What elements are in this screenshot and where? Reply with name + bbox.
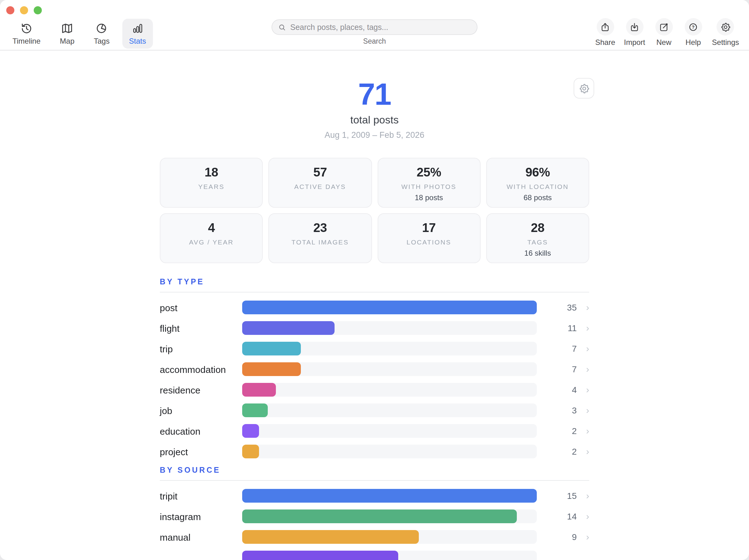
- icon-circle: [596, 18, 614, 36]
- stat-card-label: TOTAL IMAGES: [269, 238, 371, 246]
- row-value: 3: [545, 405, 577, 415]
- row-label: manual: [160, 532, 242, 542]
- bar-fill: [242, 489, 537, 502]
- toolbar-import-button[interactable]: Import: [622, 18, 647, 47]
- stat-card-label: YEARS: [160, 183, 262, 190]
- toolbar-tab-timeline[interactable]: Timeline: [6, 19, 47, 49]
- section-title: BY SOURCE: [160, 466, 589, 475]
- stats-settings-button[interactable]: [574, 78, 594, 98]
- toolbar-help-button[interactable]: ? Help: [681, 18, 706, 47]
- chevron-right-icon: ›: [579, 530, 589, 544]
- bar-rows: tripit 15 › instagram 14 › manual: [160, 489, 589, 560]
- chevron-right-icon: ›: [579, 362, 589, 376]
- row-label: tripit: [160, 491, 242, 501]
- total-posts-label: total posts: [160, 114, 589, 127]
- toolbar-tab-label: Stats: [129, 37, 146, 46]
- stat-card-label: WITH PHOTOS: [378, 183, 480, 190]
- stat-card-sublabel: 68 posts: [487, 193, 589, 202]
- minimize-button[interactable]: [20, 6, 28, 14]
- close-button[interactable]: [6, 6, 14, 14]
- chevron-right-icon: ›: [579, 383, 589, 397]
- bar-track: [242, 300, 537, 314]
- stat-card: 17 LOCATIONS: [377, 213, 480, 263]
- chart-row[interactable]: job 3 ›: [160, 403, 589, 417]
- settings-icon: [720, 22, 731, 32]
- bar-rows: post 35 › flight 11 › trip: [160, 300, 589, 458]
- chevron-right-icon: ›: [579, 445, 589, 458]
- toolbar-tab-label: Timeline: [13, 37, 41, 46]
- row-value: 35: [545, 303, 577, 312]
- chart-row[interactable]: project 2 ›: [160, 445, 589, 458]
- toolbar-share-button[interactable]: Share: [593, 18, 618, 47]
- bar-track: [242, 342, 537, 356]
- toolbar-left-nav: Timeline Map Tags Stats: [6, 19, 153, 49]
- row-value: 7: [545, 364, 577, 374]
- chart-row[interactable]: tripit 15 ›: [160, 489, 589, 502]
- chart-sections: BY TYPE post 35 › flight 11 › trip: [160, 277, 589, 560]
- toolbar-right-nav: Share Import New ? Help Settings: [593, 18, 741, 47]
- chart-row[interactable]: post 35 ›: [160, 300, 589, 314]
- stat-card-sublabel: 16 skills: [487, 249, 589, 257]
- new-icon: [659, 22, 669, 32]
- bar-track: [242, 445, 537, 458]
- search-field[interactable]: [272, 19, 477, 35]
- stat-card-label: TAGS: [487, 238, 589, 246]
- row-value: 11: [545, 323, 577, 333]
- stat-cards: 18 YEARS 57 ACTIVE DAYS 25% WITH PHOTOS …: [160, 158, 589, 263]
- stat-card: 25% WITH PHOTOS 18 posts: [377, 158, 480, 208]
- toolbar-button-label: Settings: [712, 38, 739, 47]
- bar-track: [242, 362, 537, 376]
- chevron-right-icon: ›: [579, 510, 589, 523]
- toolbar-button-label: Import: [624, 38, 645, 47]
- row-value: 4: [545, 385, 577, 395]
- toolbar-settings-button[interactable]: Settings: [710, 18, 741, 47]
- row-value: 7: [545, 343, 577, 354]
- chart-row[interactable]: accommodation 7 ›: [160, 362, 589, 376]
- row-value: 2: [545, 447, 577, 456]
- search-icon: [278, 23, 286, 32]
- stat-card-value: 4: [160, 221, 262, 235]
- toolbar-tab-stats[interactable]: Stats: [122, 19, 153, 49]
- bar-track: [242, 551, 537, 560]
- app-window: Timeline Map Tags Stats Search: [0, 0, 749, 560]
- chart-row[interactable]: instagram 14 ›: [160, 510, 589, 523]
- bar-track: [242, 383, 537, 397]
- section-by-source: BY SOURCE tripit 15 › instagram 14 › man…: [160, 466, 589, 560]
- chart-row[interactable]: trip 7 ›: [160, 342, 589, 356]
- bar-fill: [242, 551, 398, 560]
- row-label: job: [160, 405, 242, 416]
- toolbar-button-label: Share: [595, 38, 615, 47]
- stat-card: 18 YEARS: [160, 158, 263, 208]
- toolbar-tab-tags[interactable]: Tags: [87, 19, 117, 49]
- search-input[interactable]: [272, 20, 477, 34]
- toolbar-button-label: New: [656, 38, 671, 47]
- stat-card-value: 17: [378, 221, 480, 235]
- bar-fill: [242, 362, 301, 376]
- chart-row[interactable]: ›: [160, 551, 589, 560]
- row-value: 2: [545, 426, 577, 436]
- stat-card: 28 TAGS 16 skills: [486, 213, 590, 263]
- zoom-button[interactable]: [34, 6, 42, 14]
- stat-card-label: WITH LOCATION: [487, 183, 589, 190]
- toolbar-tab-map[interactable]: Map: [53, 19, 82, 49]
- chart-row[interactable]: residence 4 ›: [160, 383, 589, 397]
- chart-row[interactable]: flight 11 ›: [160, 321, 589, 335]
- stats-page: 71 total posts Aug 1, 2009 – Feb 5, 2026…: [160, 50, 589, 560]
- stats-icon: [131, 22, 144, 35]
- chart-row[interactable]: manual 9 ›: [160, 530, 589, 544]
- summary-header: 71 total posts Aug 1, 2009 – Feb 5, 2026: [160, 50, 589, 140]
- stat-card-label: LOCATIONS: [378, 238, 480, 246]
- chevron-right-icon: ›: [579, 321, 589, 335]
- chart-row[interactable]: education 2 ›: [160, 424, 589, 438]
- section-divider: [160, 292, 589, 292]
- stat-card-value: 18: [160, 165, 262, 180]
- toolbar-new-button[interactable]: New: [651, 18, 676, 47]
- stat-card-sublabel: 18 posts: [378, 193, 480, 202]
- bar-fill: [242, 530, 419, 544]
- row-label: instagram: [160, 511, 242, 522]
- date-range: Aug 1, 2009 – Feb 5, 2026: [160, 130, 589, 140]
- section-title: BY TYPE: [160, 277, 589, 287]
- search-caption: Search: [363, 38, 386, 45]
- icon-circle: [655, 18, 672, 36]
- row-label: accommodation: [160, 364, 242, 375]
